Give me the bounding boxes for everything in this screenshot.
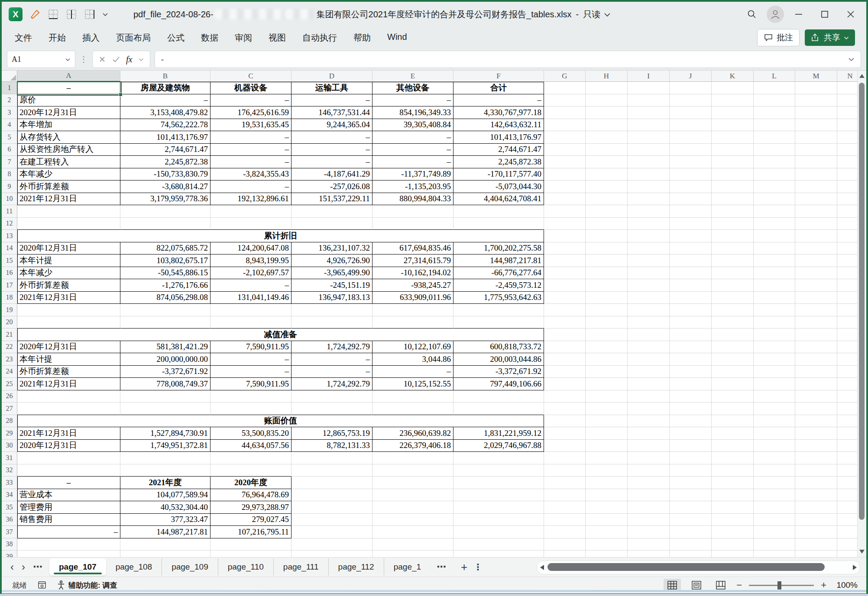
cell-E35[interactable] [372, 501, 453, 514]
cell-A39[interactable] [17, 551, 120, 557]
column-header-G[interactable]: G [544, 71, 586, 82]
row-header-35[interactable]: 35 [2, 501, 17, 514]
cell-G2[interactable] [544, 94, 586, 107]
row-header-39[interactable]: 39 [2, 551, 17, 557]
cell-I15[interactable] [628, 255, 670, 267]
cell-G27[interactable] [544, 403, 586, 415]
cell-K26[interactable] [712, 390, 754, 403]
cell-H8[interactable] [586, 168, 628, 181]
cell-K24[interactable] [712, 366, 754, 378]
cell-E1[interactable]: 其他设备 [372, 82, 453, 94]
cell-A22[interactable]: 2020年12月31日 [17, 341, 120, 354]
cell-L29[interactable] [754, 427, 795, 440]
cell-I9[interactable] [628, 180, 670, 193]
menu-item-文件[interactable]: 文件 [15, 32, 32, 44]
share-button[interactable]: 共享 [805, 29, 855, 46]
cell-E34[interactable] [372, 489, 453, 502]
row-header-2[interactable]: 2 [2, 94, 17, 107]
cell-M33[interactable] [795, 477, 837, 489]
cell-G33[interactable] [544, 477, 586, 489]
cell-B14[interactable]: 822,075,685.72 [120, 242, 211, 255]
cell-G14[interactable] [544, 242, 586, 255]
cell-M1[interactable] [795, 82, 837, 94]
cell-M14[interactable] [795, 242, 837, 255]
macro-record-icon[interactable] [37, 581, 47, 590]
cell-C5[interactable]: – [211, 131, 291, 144]
cell-J37[interactable] [670, 526, 712, 538]
cell-C23[interactable]: – [211, 353, 291, 366]
name-box[interactable]: A1 [7, 51, 75, 68]
cell-N28[interactable] [837, 415, 858, 428]
cell-N31[interactable] [837, 452, 858, 464]
cell-A26[interactable] [17, 390, 120, 403]
cell-M22[interactable] [795, 341, 837, 354]
menu-item-页面布局[interactable]: 页面布局 [116, 32, 151, 44]
cell-A35[interactable]: 管理费用 [17, 501, 120, 514]
cell-C18[interactable]: 131,041,149.46 [211, 292, 291, 304]
cell-A10[interactable]: 2021年12月31日 [17, 193, 120, 206]
cell-N30[interactable] [837, 440, 858, 452]
cell-D9[interactable]: -257,026.08 [291, 180, 372, 193]
cell-H4[interactable] [586, 119, 628, 132]
format-painter-icon[interactable] [29, 9, 41, 20]
cell-E24[interactable]: – [372, 366, 453, 378]
cell-J34[interactable] [670, 489, 712, 502]
cell-D33[interactable] [291, 477, 372, 489]
cell-N3[interactable] [837, 106, 858, 119]
row-header-20[interactable]: 20 [2, 316, 17, 329]
cell-A27[interactable] [17, 403, 120, 415]
column-header-J[interactable]: J [670, 71, 712, 82]
row-header-11[interactable]: 11 [2, 205, 17, 218]
cell-K3[interactable] [712, 106, 754, 119]
sheet-tab-page_107[interactable]: page_107 [49, 558, 106, 576]
cell-E37[interactable] [372, 526, 453, 538]
cell-K12[interactable] [712, 218, 754, 230]
cell-F9[interactable]: -5,073,044.30 [453, 180, 544, 193]
cell-L19[interactable] [754, 304, 795, 316]
cell-L31[interactable] [754, 452, 795, 464]
cell-K18[interactable] [712, 292, 754, 304]
row-header-8[interactable]: 8 [2, 168, 17, 181]
cell-E11[interactable] [372, 205, 453, 218]
cell-J21[interactable] [670, 329, 712, 341]
cell-A30[interactable]: 2020年12月31日 [17, 440, 120, 452]
cell-M29[interactable] [795, 427, 837, 440]
cell-G30[interactable] [544, 440, 586, 452]
cell-F5[interactable]: 101,413,176.97 [453, 131, 544, 144]
cell-H33[interactable] [586, 477, 628, 489]
merged-cell-A21-F21[interactable]: 减值准备 [17, 329, 544, 341]
cell-M34[interactable] [795, 489, 837, 502]
cell-N16[interactable] [837, 267, 858, 280]
tabs-back-arrow[interactable]: ‹ [10, 562, 14, 572]
cell-D11[interactable] [291, 205, 372, 218]
zoom-in-button[interactable]: + [821, 580, 826, 591]
cell-J23[interactable] [670, 353, 712, 366]
cell-K28[interactable] [712, 415, 754, 428]
cell-G6[interactable] [544, 144, 586, 156]
cell-C14[interactable]: 124,200,647.08 [211, 242, 291, 255]
cell-H28[interactable] [586, 415, 628, 428]
cell-E19[interactable] [372, 304, 453, 316]
cell-H29[interactable] [586, 427, 628, 440]
cell-E4[interactable]: 39,305,408.84 [372, 119, 453, 132]
cell-L20[interactable] [754, 316, 795, 329]
cell-B33[interactable]: 2021年度 [120, 477, 211, 489]
cell-I8[interactable] [628, 168, 670, 181]
cell-K37[interactable] [712, 526, 754, 538]
cell-K35[interactable] [712, 501, 754, 514]
cell-E25[interactable]: 10,125,152.55 [372, 378, 453, 390]
cell-L14[interactable] [754, 242, 795, 255]
cell-G34[interactable] [544, 489, 586, 502]
cell-C16[interactable]: -2,102,697.57 [211, 267, 291, 280]
cell-B3[interactable]: 3,153,408,479.82 [120, 106, 211, 119]
menu-item-公式[interactable]: 公式 [167, 32, 185, 44]
cell-E36[interactable] [372, 514, 453, 526]
maximize-button[interactable] [813, 5, 836, 24]
cell-K16[interactable] [712, 267, 754, 280]
cell-K4[interactable] [712, 119, 754, 132]
cell-D26[interactable] [291, 390, 372, 403]
cell-H30[interactable] [586, 440, 628, 452]
cell-I35[interactable] [628, 501, 670, 514]
cell-K1[interactable] [712, 82, 754, 94]
cell-M27[interactable] [795, 403, 837, 415]
